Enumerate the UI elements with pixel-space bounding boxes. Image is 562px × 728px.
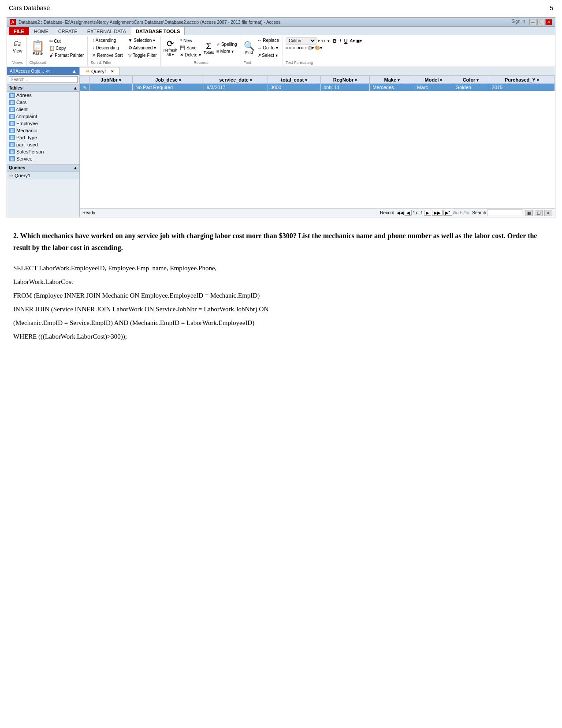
- record-label: Record: ◀◀: [380, 210, 404, 215]
- row-selector-header: [80, 76, 89, 84]
- copy-button[interactable]: 📋 Copy: [48, 45, 86, 52]
- nav-item-salesperson[interactable]: ▦ SalesPerson: [7, 148, 79, 155]
- selection-button[interactable]: ▼ Selection ▾: [127, 37, 159, 44]
- queries-collapse-icon[interactable]: ▲: [73, 165, 78, 170]
- format-painter-button[interactable]: 🖌 Format Painter: [48, 52, 86, 59]
- tab-create[interactable]: CREATE: [53, 27, 82, 35]
- nav-item-employee[interactable]: ▦ Employee: [7, 120, 79, 127]
- tab-home[interactable]: HOME: [29, 27, 53, 35]
- col-model[interactable]: Model ▾: [414, 76, 453, 84]
- tab-external-data[interactable]: EXTERNAL DATA: [82, 27, 131, 35]
- underline-btn[interactable]: U: [343, 38, 349, 44]
- page-header: Cars Database 5: [0, 0, 562, 14]
- col-make[interactable]: Make ▾: [370, 76, 414, 84]
- col-regnobr[interactable]: RegNobr ▾: [320, 76, 369, 84]
- line-spacing-btn[interactable]: ↕: [305, 45, 307, 50]
- new-record-button[interactable]: ᵸ New: [178, 37, 202, 44]
- remove-sort-button[interactable]: ✕ Remove Sort: [90, 52, 124, 59]
- toggle-filter-button[interactable]: ▽ Toggle Filter: [127, 52, 159, 59]
- tab-database-tools[interactable]: DATABASE TOOLS: [131, 27, 185, 35]
- no-filter-label[interactable]: No Filter: [453, 210, 470, 215]
- align-center-btn[interactable]: ≡: [289, 45, 292, 50]
- report-view-icon[interactable]: ≡: [544, 210, 552, 216]
- tab-file[interactable]: FILE: [9, 27, 29, 35]
- nav-header-toggle[interactable]: ▲: [72, 68, 77, 74]
- query1-tab[interactable]: ⇒ Query1 ✕: [80, 67, 120, 75]
- sql-line-6: WHERE (((LaborWork.LaborCost)>300));: [13, 331, 549, 343]
- col-purchased[interactable]: Purchased_Y ▾: [489, 76, 555, 84]
- nav-item-part-type[interactable]: ▦ Part_type: [7, 134, 79, 141]
- table-row[interactable]: ✎ No Part Required 9/3/2017 3000 bbb111 …: [80, 84, 555, 91]
- nav-item-part-used-label: part_used: [16, 142, 38, 147]
- nav-item-query1[interactable]: ⇒ Query1: [7, 172, 79, 179]
- highlight-btn[interactable]: ◼▾: [356, 38, 362, 43]
- record-next-button[interactable]: ▶: [424, 210, 431, 216]
- paste-button[interactable]: 📋 Paste: [30, 40, 46, 56]
- nav-item-client[interactable]: ▦ client: [7, 106, 79, 113]
- records-group-label: Records: [194, 60, 208, 65]
- form-view-icon[interactable]: ▢: [535, 210, 543, 216]
- record-new-button[interactable]: ▶*: [443, 210, 452, 216]
- more-button[interactable]: ≡ More ▾: [215, 48, 238, 55]
- datasheet-view-icon[interactable]: ▦: [525, 210, 533, 216]
- totals-button[interactable]: Σ Totals: [204, 41, 214, 55]
- question-text: 2. Which mechanics have worked on any se…: [13, 230, 549, 254]
- nav-item-part-type-label: Part_type: [16, 135, 37, 140]
- nav-item-cars[interactable]: ▦ Cars: [7, 99, 79, 106]
- bold-btn[interactable]: B: [332, 38, 337, 44]
- sign-in-link[interactable]: Sign in: [511, 19, 525, 25]
- refresh-all-button[interactable]: ⟳ Refresh All ▾: [164, 39, 178, 57]
- view-button[interactable]: 🗂 View: [11, 37, 25, 55]
- gridlines-btn[interactable]: ⊞▾: [308, 45, 314, 50]
- nav-search-input[interactable]: [9, 76, 78, 83]
- paste-label: Paste: [33, 51, 43, 56]
- col-color[interactable]: Color ▾: [453, 76, 489, 84]
- find-button[interactable]: 🔍 Find: [244, 41, 255, 55]
- col-jobdesc[interactable]: Job_desc ▾: [133, 76, 204, 84]
- ribbon-content: 🗂 View Views 📋 Paste ✂ Cut 📋 Copy 🖌 Form…: [7, 35, 555, 67]
- spelling-button[interactable]: ✓ Spelling: [215, 41, 238, 48]
- replace-button[interactable]: ↔ Replace: [256, 37, 281, 44]
- data-table-wrapper[interactable]: JobNbr ▾ Job_desc ▾ service_date ▾ total…: [80, 76, 555, 208]
- record-prev-button[interactable]: ◀: [405, 210, 412, 216]
- ascending-button[interactable]: ↑ Ascending: [90, 37, 124, 44]
- tables-collapse-icon[interactable]: ▲: [73, 86, 78, 90]
- nav-item-complaint[interactable]: ▦ complaint: [7, 113, 79, 120]
- font-color-btn[interactable]: A▾: [350, 38, 355, 43]
- indent-btn[interactable]: ⇥: [296, 45, 300, 50]
- cut-button[interactable]: ✂ Cut: [48, 38, 86, 45]
- nav-item-adrees[interactable]: ▦ Adrees: [7, 92, 79, 99]
- col-servicedate[interactable]: service_date ▾: [204, 76, 268, 84]
- nav-item-employee-label: Employee: [16, 121, 38, 126]
- query1-tab-close[interactable]: ✕: [111, 69, 114, 74]
- delete-button[interactable]: ✕ Delete ▾: [178, 52, 202, 58]
- col-totalcost[interactable]: total_cost ▾: [268, 76, 320, 84]
- nav-item-adrees-label: Adrees: [16, 93, 32, 98]
- nav-item-service[interactable]: ▦ Service: [7, 155, 79, 162]
- maximize-button[interactable]: □: [537, 19, 544, 25]
- align-right-btn[interactable]: ≡: [293, 45, 295, 50]
- advanced-button[interactable]: ⚙ Advanced ▾: [127, 45, 159, 51]
- save-button[interactable]: 💾 Save: [178, 45, 202, 51]
- select-button[interactable]: ↗ Select ▾: [256, 52, 281, 59]
- nav-item-client-label: client: [16, 107, 28, 112]
- font-family-select[interactable]: Calibri: [286, 37, 316, 45]
- nav-item-mechanic[interactable]: ▦ Mechanic: [7, 127, 79, 134]
- nav-item-part-used[interactable]: ▦ part_used: [7, 141, 79, 148]
- bg-color-btn[interactable]: 🎨▾: [315, 45, 322, 50]
- col-jobnbr[interactable]: JobNbr ▾: [89, 76, 133, 84]
- goto-button[interactable]: → Go To ▾: [256, 45, 281, 51]
- bold-button[interactable]: ▾: [327, 39, 331, 43]
- main-area: All Access Obje... ≪ ▲ Tables ▲ ▦ Adrees…: [7, 67, 555, 217]
- font-size-label: ▾ 11: [318, 39, 326, 43]
- italic-btn[interactable]: I: [339, 38, 342, 44]
- descending-button[interactable]: ↓ Descending: [90, 45, 124, 51]
- align-left-btn[interactable]: ≡: [286, 45, 288, 50]
- outdent-btn[interactable]: ⇤: [301, 45, 304, 50]
- ribbon-group-clipboard: 📋 Paste ✂ Cut 📋 Copy 🖌 Format Painter Cl…: [28, 36, 88, 66]
- record-last-button[interactable]: ▶▶: [432, 210, 443, 216]
- minimize-button[interactable]: —: [529, 19, 536, 25]
- close-button[interactable]: ✕: [545, 19, 552, 25]
- view-label: View: [13, 49, 22, 53]
- search-input[interactable]: [487, 209, 522, 216]
